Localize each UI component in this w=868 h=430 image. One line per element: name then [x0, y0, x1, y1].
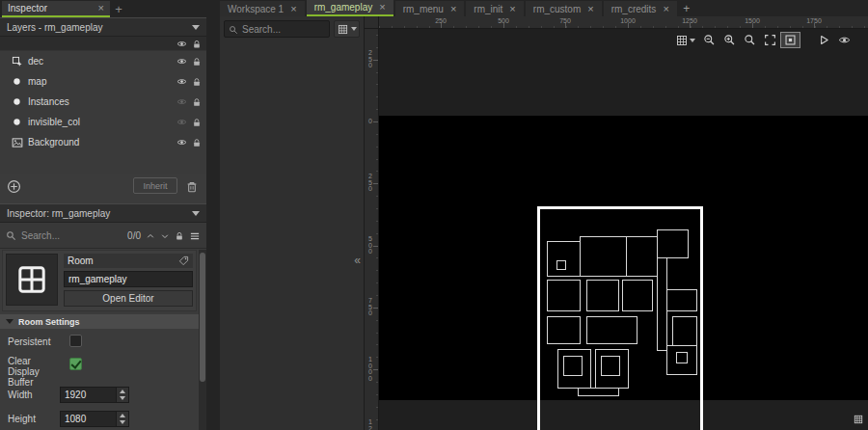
scrollbar-thumb[interactable]: [200, 253, 205, 382]
search-icon: [6, 227, 16, 244]
toggle-canvas-button[interactable]: [780, 32, 800, 48]
persistent-checkbox[interactable]: [69, 335, 82, 347]
collapse-triangle-icon: [6, 319, 14, 324]
stepper-up-button[interactable]: [117, 412, 128, 419]
fit-view-button[interactable]: [760, 32, 780, 48]
close-icon[interactable]: ×: [587, 4, 593, 14]
lock-icon[interactable]: [192, 137, 202, 148]
room-settings-section-header[interactable]: Room Settings: [0, 314, 199, 329]
room-editor-toolbar: «: [220, 16, 365, 430]
room-name-input[interactable]: [64, 271, 193, 287]
layers-list: dec map Instances invisible_col: [0, 37, 206, 174]
tab-rm-init[interactable]: rm_init ×: [466, 1, 523, 16]
eye-icon[interactable]: [176, 76, 187, 88]
ruler-label: 1250: [368, 419, 374, 430]
tab-rm-credits[interactable]: rm_credits ×: [604, 1, 677, 16]
new-workspace-tab-button[interactable]: +: [679, 1, 694, 16]
stepper-up-button[interactable]: [117, 388, 128, 395]
ruler-label: 1250: [682, 17, 697, 24]
chevron-down-icon: [690, 39, 695, 42]
ruler-label: 500: [498, 17, 509, 24]
layers-header-label: Layers - rm_gameplay: [7, 22, 102, 33]
stepper-down-button[interactable]: [117, 395, 128, 403]
lock-icon[interactable]: [192, 76, 202, 87]
close-icon[interactable]: ×: [509, 4, 515, 14]
tab-rm-custom[interactable]: rm_custom ×: [526, 1, 602, 16]
view-options-button[interactable]: [334, 20, 360, 38]
grid-icon: [854, 415, 863, 424]
inspector-search-input[interactable]: [21, 230, 122, 241]
collapse-toolbar-button[interactable]: «: [354, 254, 361, 267]
close-icon[interactable]: ×: [379, 2, 385, 13]
ruler-label: 500: [368, 236, 374, 255]
tab-label: Workspace 1: [228, 4, 284, 14]
layer-row-map[interactable]: map: [0, 71, 206, 92]
chevron-down-icon: [351, 27, 357, 31]
room-canvas[interactable]: [379, 29, 868, 430]
grid-options-button[interactable]: [671, 32, 699, 48]
close-icon[interactable]: ×: [450, 4, 456, 14]
editor-search-input[interactable]: [242, 24, 325, 35]
room-type-row: Room: [64, 254, 193, 268]
search-lock-toggle[interactable]: [175, 227, 184, 244]
layers-header-dropdown[interactable]: Layers - rm_gameplay: [0, 17, 206, 37]
add-layer-button[interactable]: [7, 177, 21, 195]
ruler-corner: [365, 16, 379, 29]
layer-row-invisible-col[interactable]: invisible_col: [0, 112, 206, 132]
search-prev-button[interactable]: [146, 227, 155, 244]
zoom-out-button[interactable]: [699, 32, 719, 48]
inspector-header-dropdown[interactable]: Inspector: rm_gameplay: [0, 203, 206, 223]
eye-icon[interactable]: [176, 35, 187, 52]
eye-icon[interactable]: [176, 56, 187, 67]
width-label: Width: [8, 390, 33, 400]
stepper-down-button[interactable]: [117, 419, 128, 427]
lock-icon[interactable]: [192, 96, 202, 107]
zoom-in-button[interactable]: [719, 32, 740, 48]
delete-layer-button[interactable]: [185, 177, 199, 195]
clear-display-checkbox[interactable]: [69, 358, 82, 370]
search-next-button[interactable]: [160, 227, 170, 244]
layer-row-instances[interactable]: Instances: [0, 92, 206, 112]
layer-name: map: [28, 76, 46, 87]
eye-hidden-icon[interactable]: [176, 96, 187, 108]
lock-icon[interactable]: [192, 56, 202, 67]
open-editor-button[interactable]: Open Editor: [64, 290, 193, 307]
instance-layer-icon: [12, 117, 28, 127]
lock-icon[interactable]: [192, 117, 202, 127]
tab-workspace-1[interactable]: Workspace 1 ×: [220, 1, 305, 16]
lock-icon[interactable]: [192, 35, 202, 52]
new-tab-button[interactable]: +: [110, 1, 127, 17]
close-icon[interactable]: ×: [98, 3, 104, 13]
tab-inspector[interactable]: Inspector ×: [2, 1, 110, 17]
clear-display-label: Clear Display Buffer: [8, 356, 64, 388]
inherit-button[interactable]: Inherit: [133, 177, 177, 194]
tag-icon[interactable]: [178, 255, 189, 267]
layer-row-dec[interactable]: dec: [0, 51, 206, 71]
inspector-scrollbar[interactable]: [199, 250, 206, 430]
visibility-button[interactable]: [834, 32, 854, 48]
close-icon[interactable]: ×: [290, 4, 296, 14]
width-stepper: [116, 388, 128, 402]
layer-row-background[interactable]: Background: [0, 132, 206, 152]
height-input[interactable]: [61, 412, 116, 426]
eye-hidden-icon[interactable]: [176, 117, 187, 128]
play-button[interactable]: [814, 32, 834, 48]
tab-rm-menu[interactable]: rm_menu ×: [395, 1, 465, 16]
width-input[interactable]: [61, 388, 116, 402]
triangle-down-icon: [120, 396, 125, 400]
eye-icon[interactable]: [176, 137, 187, 148]
zoom-reset-button[interactable]: [740, 32, 760, 48]
ruler-label: 0: [368, 119, 374, 125]
room-icon: [6, 254, 58, 306]
ruler-label: 250: [435, 17, 447, 24]
canvas-grip[interactable]: [854, 410, 863, 427]
menu-icon[interactable]: [189, 227, 201, 244]
tab-inspector-label: Inspector: [8, 3, 47, 13]
tab-rm-gameplay[interactable]: rm_gameplay ×: [307, 0, 393, 16]
room-background: [379, 116, 868, 400]
section-title: Room Settings: [18, 317, 80, 327]
close-icon[interactable]: ×: [663, 4, 668, 14]
search-count: 0/0: [127, 230, 141, 241]
grid-icon: [338, 24, 348, 35]
layers-column-header: [0, 37, 206, 51]
